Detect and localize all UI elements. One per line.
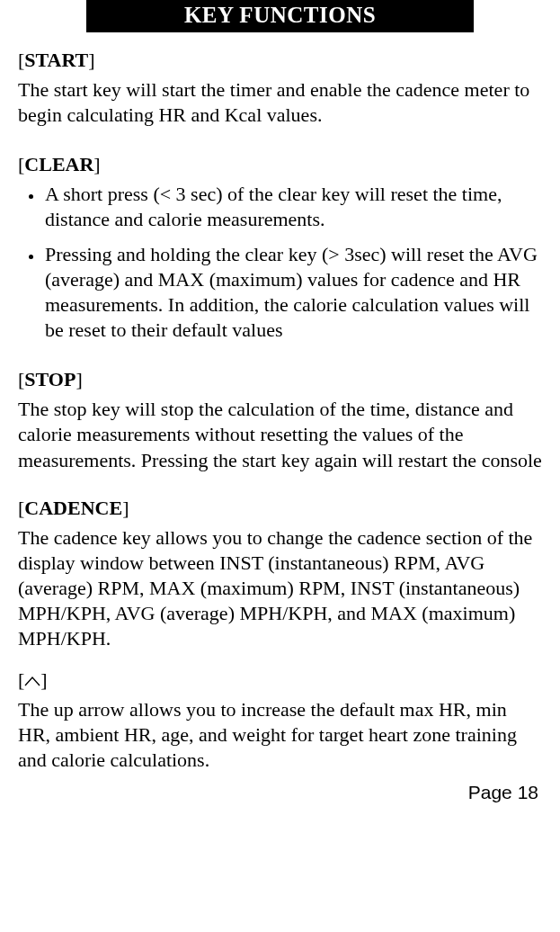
bracket-close: ] <box>88 49 94 71</box>
label-stop: [STOP] <box>18 368 542 391</box>
page-number: Page 18 <box>18 782 542 803</box>
bracket-open: [ <box>18 668 24 691</box>
label-up-arrow: [] <box>18 668 542 692</box>
list-item: A short press (< 3 sec) of the clear key… <box>43 182 542 232</box>
up-arrow-icon <box>24 675 40 687</box>
list-clear: A short press (< 3 sec) of the clear key… <box>18 182 542 343</box>
paragraph-up: The up arrow allows you to increase the … <box>18 697 542 773</box>
list-item: Pressing and holding the clear key (> 3s… <box>43 242 542 344</box>
keyword-cadence: CADENCE <box>24 497 122 519</box>
paragraph-stop: The stop key will stop the calculation o… <box>18 397 542 472</box>
bracket-close: ] <box>93 153 100 175</box>
paragraph-cadence: The cadence key allows you to change the… <box>18 525 542 652</box>
keyword-stop: STOP <box>24 368 76 390</box>
section-banner: KEY FUNCTIONS <box>86 0 474 32</box>
label-clear: [CLEAR] <box>18 153 542 176</box>
keyword-clear: CLEAR <box>24 153 93 175</box>
label-cadence: [CADENCE] <box>18 497 542 520</box>
bracket-close: ] <box>122 497 129 519</box>
paragraph-start: The start key will start the timer and e… <box>18 77 542 128</box>
label-start: [START] <box>18 49 542 72</box>
bracket-close: ] <box>76 368 82 390</box>
bracket-close: ] <box>40 668 47 691</box>
keyword-start: START <box>24 49 88 71</box>
document-page: KEY FUNCTIONS [START] The start key will… <box>0 0 560 814</box>
